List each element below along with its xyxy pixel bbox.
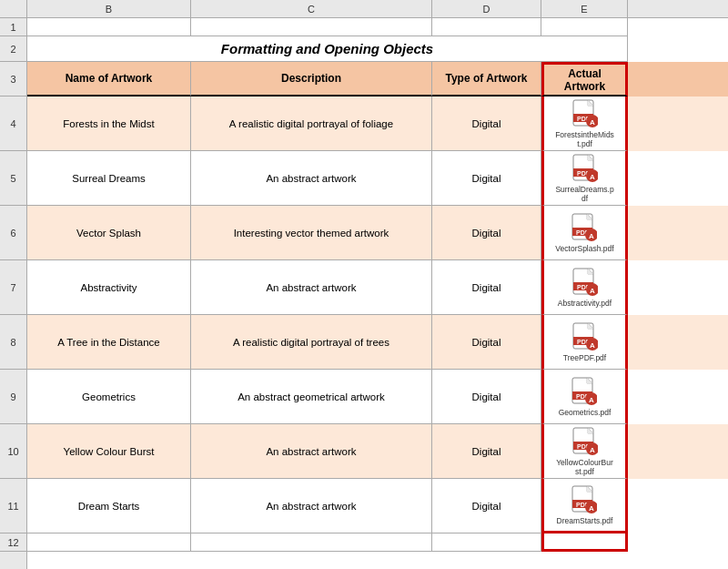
cell-artwork[interactable]: PDF A DreamStarts.pdf	[541, 479, 628, 533]
cell-artwork[interactable]: PDF A ForestsintheMidst.pdf	[541, 97, 628, 151]
pdf-icon-svg: PDF A	[571, 485, 597, 514]
cell-name: Vector Splash	[27, 206, 191, 260]
data-rows: Forests in the Midst A realistic digital…	[27, 97, 728, 533]
cell-artwork[interactable]: PDF A Abstractivity.pdf	[541, 260, 628, 315]
pdf-filename: TreePDF.pdf	[563, 353, 606, 362]
spreadsheet: B C D E 1 2 3 4 5 6 7 8 9 10 11 12	[0, 0, 728, 569]
pdf-icon: PDF A VectorSplash.pdf	[555, 213, 613, 253]
col-header-e: E	[541, 0, 628, 17]
cell-name: Abstractivity	[27, 260, 191, 315]
corner-cell	[0, 0, 27, 17]
header-type: Type of Artwork	[432, 62, 541, 97]
row-num-11: 11	[0, 479, 26, 533]
pdf-icon-svg: PDF A	[572, 154, 598, 183]
pdf-filename: SurrealDreams.pdf	[555, 185, 614, 203]
empty-r12-d	[432, 533, 541, 552]
spreadsheet-title: Formatting and Opening Objects	[27, 36, 628, 62]
row-1	[27, 18, 728, 36]
table-row: Forests in the Midst A realistic digital…	[27, 97, 728, 151]
svg-text:A: A	[590, 445, 595, 453]
col-header-b: B	[27, 0, 191, 17]
row-2-title: Formatting and Opening Objects	[27, 36, 728, 62]
pdf-filename: Geometrics.pdf	[559, 408, 612, 417]
cell-name: Dream Starts	[27, 479, 191, 533]
row-num-5: 5	[0, 151, 26, 206]
cell-type: Digital	[432, 151, 541, 206]
svg-text:A: A	[590, 172, 595, 180]
pdf-icon-svg: PDF A	[572, 99, 598, 128]
pdf-icon: PDF A ForestsintheMidst.pdf	[555, 99, 614, 148]
pdf-icon: PDF A DreamStarts.pdf	[557, 485, 613, 525]
cell-name: A Tree in the Distance	[27, 315, 191, 370]
cell-type: Digital	[432, 260, 541, 315]
table-row: Dream Starts An abstract artwork Digital…	[27, 479, 728, 533]
pdf-icon: PDF A YellowColourBurst.pdf	[555, 427, 614, 476]
pdf-icon: PDF A SurrealDreams.pdf	[555, 154, 614, 203]
cell-description: A realistic digital portrayal of trees	[191, 315, 432, 370]
cell-type: Digital	[432, 315, 541, 370]
svg-text:A: A	[590, 340, 595, 349]
grid-area: Formatting and Opening Objects Name of A…	[27, 18, 728, 569]
pdf-icon: PDF A TreePDF.pdf	[563, 322, 606, 362]
row-num-3: 3	[0, 62, 26, 97]
pdf-filename: Abstractivity.pdf	[558, 299, 612, 308]
row-num-9: 9	[0, 370, 26, 424]
row-num-4: 4	[0, 97, 26, 151]
pdf-filename: DreamStarts.pdf	[557, 516, 613, 525]
svg-text:A: A	[590, 395, 595, 403]
cell-name: Yellow Colour Burst	[27, 424, 191, 479]
cell-name: Forests in the Midst	[27, 97, 191, 151]
empty-r12-c	[191, 533, 432, 552]
row-12	[27, 533, 728, 552]
cell-artwork[interactable]: PDF A SurrealDreams.pdf	[541, 151, 628, 206]
table-row: A Tree in the Distance A realistic digit…	[27, 315, 728, 370]
col-header-d: D	[432, 0, 541, 17]
header-name: Name of Artwork	[27, 62, 191, 97]
row-num-6: 6	[0, 206, 26, 260]
row-numbers: 1 2 3 4 5 6 7 8 9 10 11 12	[0, 18, 27, 569]
spreadsheet-body: 1 2 3 4 5 6 7 8 9 10 11 12 Formatting	[0, 18, 728, 569]
cell-artwork[interactable]: PDF A Geometrics.pdf	[541, 370, 628, 424]
row-num-1: 1	[0, 18, 26, 36]
pdf-icon-svg: PDF A	[571, 213, 597, 242]
svg-text:A: A	[590, 286, 595, 294]
cell-description: A realistic digital portrayal of foliage	[191, 97, 432, 151]
empty-r12-b	[27, 533, 191, 552]
table-row: Yellow Colour Burst An abstract artwork …	[27, 424, 728, 479]
svg-text:A: A	[590, 503, 595, 512]
pdf-icon: PDF A Geometrics.pdf	[559, 377, 612, 417]
cell-description: An abstract artwork	[191, 260, 432, 315]
table-row: Vector Splash Interesting vector themed …	[27, 206, 728, 260]
column-headers: B C D E	[0, 0, 728, 18]
header-artwork: Actual Artwork	[541, 62, 628, 97]
cell-type: Digital	[432, 424, 541, 479]
pdf-filename: YellowColourBurst.pdf	[555, 458, 614, 476]
header-row: Name of Artwork Description Type of Artw…	[27, 62, 728, 97]
row-num-10: 10	[0, 424, 26, 479]
cell-artwork[interactable]: PDF A YellowColourBurst.pdf	[541, 424, 628, 479]
cell-type: Digital	[432, 97, 541, 151]
svg-text:A: A	[590, 117, 595, 126]
cell-artwork[interactable]: PDF A VectorSplash.pdf	[541, 206, 628, 260]
cell-description: Interesting vector themed artwork	[191, 206, 432, 260]
cell-name: Surreal Dreams	[27, 151, 191, 206]
table-row: Geometrics An abstract geometrical artwo…	[27, 370, 728, 424]
svg-text:A: A	[590, 231, 595, 239]
table-row: Surreal Dreams An abstract artwork Digit…	[27, 151, 728, 206]
cell-description: An abstract artwork	[191, 151, 432, 206]
cell-name: Geometrics	[27, 370, 191, 424]
cell-type: Digital	[432, 206, 541, 260]
row-num-12: 12	[0, 533, 26, 552]
cell-description: An abstract artwork	[191, 424, 432, 479]
pdf-icon-svg: PDF A	[572, 427, 598, 456]
header-description: Description	[191, 62, 432, 97]
empty-r12-e	[541, 533, 628, 552]
empty-r1-d	[432, 18, 541, 36]
cell-artwork[interactable]: PDF A TreePDF.pdf	[541, 315, 628, 370]
pdf-filename: VectorSplash.pdf	[555, 244, 613, 253]
cell-type: Digital	[432, 479, 541, 533]
empty-r1-e	[541, 18, 628, 36]
cell-description: An abstract geometrical artwork	[191, 370, 432, 424]
pdf-icon-svg: PDF A	[572, 322, 598, 351]
cell-description: An abstract artwork	[191, 479, 432, 533]
